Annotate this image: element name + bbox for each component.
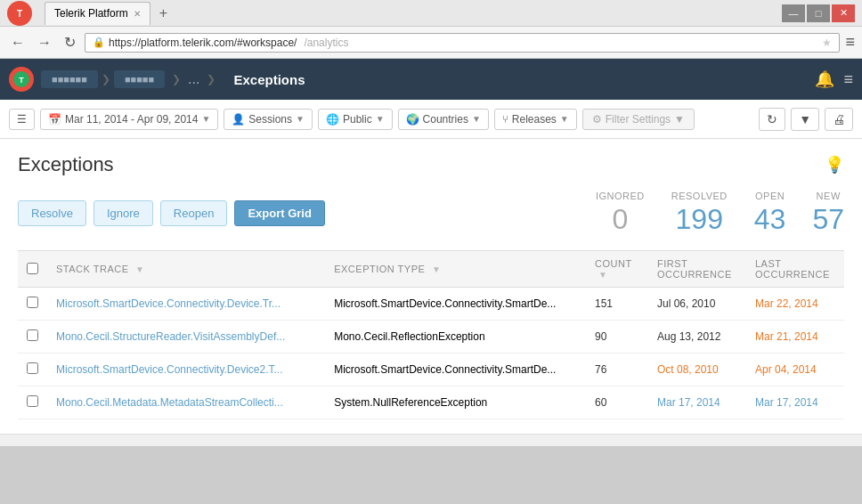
row-checkbox-cell [18, 386, 47, 419]
public-filter[interactable]: 🌐 Public ▼ [318, 109, 393, 130]
stack-trace-link[interactable]: Mono.Cecil.Metadata.MetadataStreamCollec… [56, 396, 283, 409]
table-row[interactable]: Microsoft.SmartDevice.Connectivity.Devic… [18, 288, 844, 321]
tab-close-icon[interactable]: ✕ [134, 9, 141, 19]
url-bar[interactable]: 🔒 https://platform.telerik.com/#workspac… [85, 33, 840, 53]
horizontal-scrollbar[interactable] [0, 434, 862, 446]
row-checkbox-2[interactable] [27, 362, 38, 374]
bookmark-icon[interactable]: ★ [822, 37, 832, 49]
new-tab-button[interactable]: + [156, 5, 171, 21]
forward-button[interactable]: → [34, 33, 55, 53]
table-row[interactable]: Mono.Cecil.StructureReader.VisitAssembly… [18, 321, 844, 354]
print-button[interactable]: 🖨 [825, 108, 853, 131]
ignored-value: 0 [612, 203, 628, 235]
exception-type-value: Microsoft.SmartDevice.Connectivity.Smart… [334, 363, 556, 376]
maximize-button[interactable]: □ [807, 4, 830, 22]
releases-label: Releases [512, 113, 557, 126]
exception-type-cell: Mono.Cecil.ReflectionException [325, 321, 586, 354]
breadcrumb-item-2[interactable]: ■■■■■ [114, 70, 165, 88]
filter-settings-arrow: ▼ [674, 113, 685, 126]
export-grid-button[interactable]: Export Grid [234, 200, 325, 226]
first-occurrence-cell: Jul 06, 2010 [648, 288, 746, 321]
hamburger-filter-button[interactable]: ☰ [9, 109, 35, 130]
first-occurrence-value: Mar 17, 2014 [657, 396, 720, 409]
first-occurrence-cell: Oct 08, 2010 [648, 354, 746, 386]
browser-tab[interactable]: Telerik Platform ✕ [45, 2, 150, 25]
url-text: https://platform.telerik.com/#workspace/ [109, 37, 297, 49]
first-occurrence-cell: Aug 13, 2012 [648, 321, 746, 354]
select-all-header[interactable] [18, 251, 47, 288]
exception-type-value: Microsoft.SmartDevice.Connectivity.Smart… [334, 297, 556, 310]
countries-arrow: ▼ [472, 114, 481, 124]
title-bar: T Telerik Platform ✕ + — □ ✕ ← → ↻ 🔒 htt… [0, 0, 862, 59]
svg-text:T: T [17, 9, 22, 19]
releases-filter[interactable]: ⑂ Releases ▼ [494, 109, 577, 130]
date-range-label: Mar 11, 2014 - Apr 09, 2014 [65, 113, 198, 126]
reopen-button[interactable]: Reopen [160, 200, 228, 226]
notifications-icon[interactable]: 🔔 [815, 69, 834, 89]
action-buttons: Resolve Ignore Reopen Export Grid [18, 200, 325, 226]
stats-panel: IGNORED 0 RESOLVED 199 OPEN 43 NEW 57 [596, 191, 844, 236]
svg-text:T: T [19, 76, 24, 85]
public-label: Public [343, 113, 372, 126]
select-all-checkbox[interactable] [27, 263, 38, 274]
stack-trace-sort-icon: ▼ [135, 264, 144, 274]
table-row[interactable]: Mono.Cecil.Metadata.MetadataStreamCollec… [18, 386, 844, 419]
date-range-filter[interactable]: 📅 Mar 11, 2014 - Apr 09, 2014 ▼ [40, 109, 218, 130]
count-cell: 151 [586, 288, 648, 321]
stack-trace-cell: Microsoft.SmartDevice.Connectivity.Devic… [47, 354, 325, 386]
exception-type-cell: System.NullReferenceException [325, 386, 586, 419]
exceptions-table: STACK TRACE ▼ EXCEPTION TYPE ▼ COUNT ▼ F… [18, 250, 844, 419]
breadcrumb-item-1[interactable]: ■■■■■■ [41, 70, 98, 88]
first-occurrence-value: Oct 08, 2010 [657, 363, 719, 376]
stack-trace-cell: Mono.Cecil.Metadata.MetadataStreamCollec… [47, 386, 325, 419]
count-cell: 60 [586, 386, 648, 419]
exception-type-cell: Microsoft.SmartDevice.Connectivity.Smart… [325, 288, 586, 321]
count-header[interactable]: COUNT ▼ [586, 251, 648, 288]
row-checkbox-0[interactable] [27, 297, 38, 308]
exception-type-header[interactable]: EXCEPTION TYPE ▼ [325, 251, 586, 288]
last-occurrence-cell: Mar 17, 2014 [746, 386, 844, 419]
count-value: 60 [595, 396, 606, 409]
count-value: 76 [595, 363, 606, 376]
resolved-label: RESOLVED [671, 191, 728, 201]
date-range-arrow: ▼ [201, 114, 210, 124]
count-value: 90 [595, 330, 606, 343]
public-icon: 🌐 [326, 113, 339, 126]
sessions-arrow: ▼ [296, 114, 305, 124]
browser-menu-icon[interactable]: ≡ [845, 33, 855, 52]
minimize-button[interactable]: — [782, 4, 805, 22]
ssl-lock-icon: 🔒 [93, 37, 105, 48]
count-value: 151 [595, 297, 613, 310]
new-label: NEW [812, 191, 844, 201]
last-occurrence-value: Apr 04, 2014 [755, 363, 817, 376]
refresh-button[interactable]: ↻ [759, 108, 785, 131]
row-checkbox-3[interactable] [27, 395, 38, 407]
releases-arrow: ▼ [560, 114, 569, 124]
count-cell: 76 [586, 354, 648, 386]
url-suffix: /analytics [304, 37, 348, 49]
first-occurrence-header: FIRST OCCURRENCE [648, 251, 746, 288]
main-content: Exceptions 💡 Resolve Ignore Reopen Expor… [0, 139, 862, 434]
close-button[interactable]: ✕ [832, 4, 855, 22]
sessions-filter[interactable]: 👤 Sessions ▼ [224, 109, 313, 130]
table-row[interactable]: Microsoft.SmartDevice.Connectivity.Devic… [18, 354, 844, 386]
resolved-value: 199 [676, 203, 723, 235]
back-button[interactable]: ← [7, 33, 28, 53]
stack-trace-link[interactable]: Mono.Cecil.StructureReader.VisitAssembly… [56, 330, 285, 343]
last-occurrence-value: Mar 21, 2014 [755, 330, 818, 343]
hint-icon[interactable]: 💡 [825, 155, 844, 175]
sessions-icon: 👤 [232, 113, 245, 126]
hamburger-menu-icon[interactable]: ≡ [843, 70, 853, 89]
row-checkbox-1[interactable] [27, 329, 38, 341]
page-title: Exceptions [18, 153, 114, 176]
stack-trace-link[interactable]: Microsoft.SmartDevice.Connectivity.Devic… [56, 363, 283, 376]
ignore-button[interactable]: Ignore [94, 200, 153, 226]
countries-filter[interactable]: 🌍 Countries ▼ [398, 109, 489, 130]
filter-settings-button[interactable]: ⚙ Filter Settings ▼ [582, 109, 695, 130]
stack-trace-header[interactable]: STACK TRACE ▼ [47, 251, 325, 288]
resolve-button[interactable]: Resolve [18, 200, 86, 226]
more-options-button[interactable]: ▼ [791, 108, 819, 131]
releases-icon: ⑂ [502, 113, 508, 126]
reload-button[interactable]: ↻ [61, 32, 79, 53]
stack-trace-link[interactable]: Microsoft.SmartDevice.Connectivity.Devic… [56, 297, 281, 310]
